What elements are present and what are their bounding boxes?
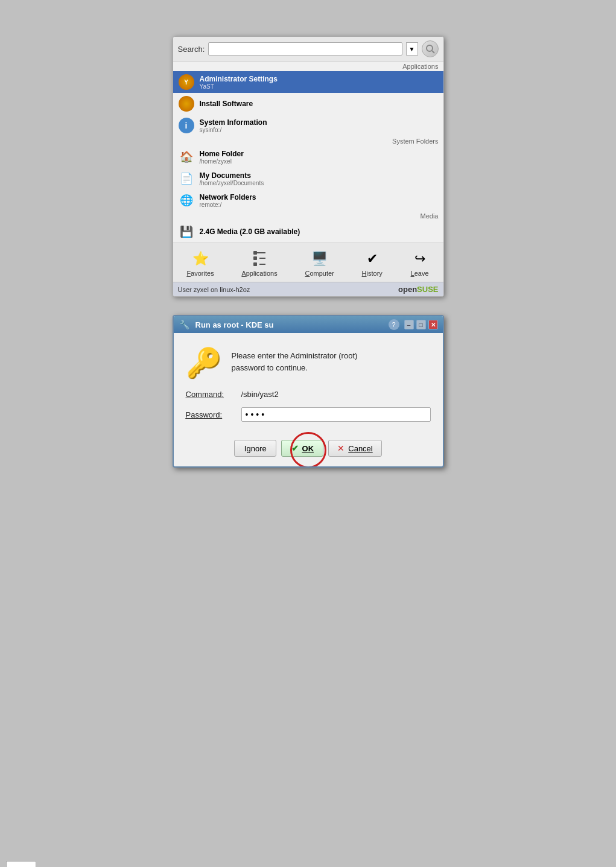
favorites-icon: ⭐ <box>191 249 210 268</box>
bottom-nav: ⭐ Favorites Applications 🖥️ Computer ✔ H… <box>173 243 443 282</box>
nav-label-applications: Applications <box>241 270 277 277</box>
ok-label: OK <box>302 444 314 453</box>
command-value: /sbin/yast2 <box>241 390 279 399</box>
menu-item-home-folder[interactable]: 🏠 Home Folder /home/zyxel <box>173 146 443 168</box>
computer-icon: 🖥️ <box>310 249 329 268</box>
search-icon <box>425 44 435 54</box>
key-icon: 🔑 <box>186 345 222 381</box>
item-title-admin: Administrator Settings <box>200 75 439 83</box>
dialog-message: Please enter the Administrator (root) pa… <box>232 345 358 373</box>
message-line2: password to continue. <box>232 362 358 374</box>
cancel-label: Cancel <box>348 444 372 453</box>
menu-item-admin-settings[interactable]: Y Administrator Settings YaST <box>173 71 443 93</box>
dialog-title-text: Run as root - KDE su <box>195 320 384 329</box>
install-software-icon <box>178 95 195 112</box>
dialog-titlebar: 🔧 Run as root - KDE su ? – □ ✕ <box>174 316 443 333</box>
search-label: Search: <box>178 45 205 54</box>
item-title-network: Network Folders <box>200 193 439 202</box>
item-subtitle-network: remote:/ <box>200 202 439 208</box>
section-header-applications: Applications <box>173 62 443 71</box>
item-subtitle-sysinfo: sysinfo:/ <box>200 127 439 133</box>
menu-item-my-documents[interactable]: 📄 My Documents /home/zyxel/Documents <box>173 168 443 189</box>
nav-item-favorites[interactable]: ⭐ Favorites <box>179 247 221 279</box>
item-subtitle-home: /home/zyxel <box>200 158 439 165</box>
cancel-x-icon: ✕ <box>337 443 345 453</box>
help-button[interactable]: ? <box>389 319 399 330</box>
media-icon: 💾 <box>178 223 195 240</box>
item-title-sysinfo: System Information <box>200 118 439 127</box>
dialog-title-icon: 🔧 <box>179 319 191 331</box>
restore-button[interactable]: □ <box>416 320 426 329</box>
nav-label-favorites: Favorites <box>186 270 214 277</box>
search-dropdown[interactable]: ▼ <box>406 42 418 56</box>
page-wrapper: Search: ▼ Applications Y A <box>0 18 616 867</box>
item-title-docs: My Documents <box>200 171 439 180</box>
menu-item-network-folders[interactable]: 🌐 Network Folders remote:/ <box>173 189 443 211</box>
ok-checkmark-icon: ✔ <box>291 443 299 453</box>
nav-item-computer[interactable]: 🖥️ Computer <box>298 247 341 279</box>
status-user-text: User zyxel on linux-h2oz <box>178 286 250 293</box>
dialog-buttons: Ignore ✔ OK ✕ Cancel <box>174 434 443 466</box>
command-row: Command: /sbin/yast2 <box>186 390 431 399</box>
kde-su-dialog: 🔧 Run as root - KDE su ? – □ ✕ 🔑 Please … <box>173 315 444 468</box>
item-subtitle-admin: YaST <box>200 83 439 90</box>
nav-item-history[interactable]: ✔ History <box>355 247 390 279</box>
svg-line-1 <box>432 51 434 53</box>
item-title-install: Install Software <box>200 100 439 108</box>
leave-icon: ↪ <box>410 249 430 268</box>
menu-list: Applications Y Administrator Settings Ya… <box>173 62 443 243</box>
password-label: Password: <box>186 410 234 419</box>
close-button[interactable]: ✕ <box>428 320 438 329</box>
search-icon-button[interactable] <box>422 40 439 57</box>
dialog-title-controls: – □ ✕ <box>404 320 438 329</box>
page-number: 4 <box>6 861 36 867</box>
home-folder-icon: 🏠 <box>178 148 195 165</box>
message-line1: Please enter the Administrator (root) <box>232 350 358 362</box>
ok-button[interactable]: ✔ OK <box>281 440 323 457</box>
password-input[interactable] <box>241 407 431 422</box>
chevron-down-icon: ▼ <box>409 46 415 52</box>
nav-item-applications[interactable]: Applications <box>234 247 284 279</box>
svg-point-0 <box>427 45 433 51</box>
kde-menu: Search: ▼ Applications Y A <box>173 36 444 297</box>
item-title-home: Home Folder <box>200 150 439 158</box>
menu-item-system-info[interactable]: i System Information sysinfo:/ <box>173 115 443 136</box>
section-header-media: Media <box>173 211 443 221</box>
yast-icon: Y <box>178 74 195 91</box>
dialog-info-row: 🔑 Please enter the Administrator (root) … <box>186 345 431 381</box>
nav-item-leave[interactable]: ↪ Leave <box>403 247 437 279</box>
ignore-label: Ignore <box>244 444 267 453</box>
menu-item-media[interactable]: 💾 2.4G Media (2.0 GB available) <box>173 221 443 243</box>
cancel-button[interactable]: ✕ Cancel <box>328 440 381 457</box>
my-documents-icon: 📄 <box>178 170 195 187</box>
system-info-icon: i <box>178 117 195 134</box>
search-bar: Search: ▼ <box>173 37 443 62</box>
nav-label-computer: Computer <box>305 270 334 277</box>
search-input[interactable] <box>208 42 402 56</box>
nav-label-history: History <box>362 270 383 277</box>
minimize-button[interactable]: – <box>404 320 414 329</box>
dialog-body: 🔑 Please enter the Administrator (root) … <box>174 333 443 434</box>
opensuse-logo: openSUSE <box>398 285 438 294</box>
ignore-button[interactable]: Ignore <box>234 440 276 457</box>
command-label: Command: <box>186 390 234 399</box>
menu-item-install-software[interactable]: Install Software <box>173 93 443 115</box>
item-title-media: 2.4G Media (2.0 GB available) <box>200 227 439 236</box>
nav-label-leave: Leave <box>411 270 429 277</box>
section-header-system-folders: System Folders <box>173 136 443 146</box>
history-icon: ✔ <box>363 249 382 268</box>
network-folders-icon: 🌐 <box>178 192 195 209</box>
item-subtitle-docs: /home/zyxel/Documents <box>200 180 439 186</box>
status-bar: User zyxel on linux-h2oz openSUSE <box>173 282 443 296</box>
password-row: Password: <box>186 407 431 422</box>
applications-icon <box>250 249 269 268</box>
